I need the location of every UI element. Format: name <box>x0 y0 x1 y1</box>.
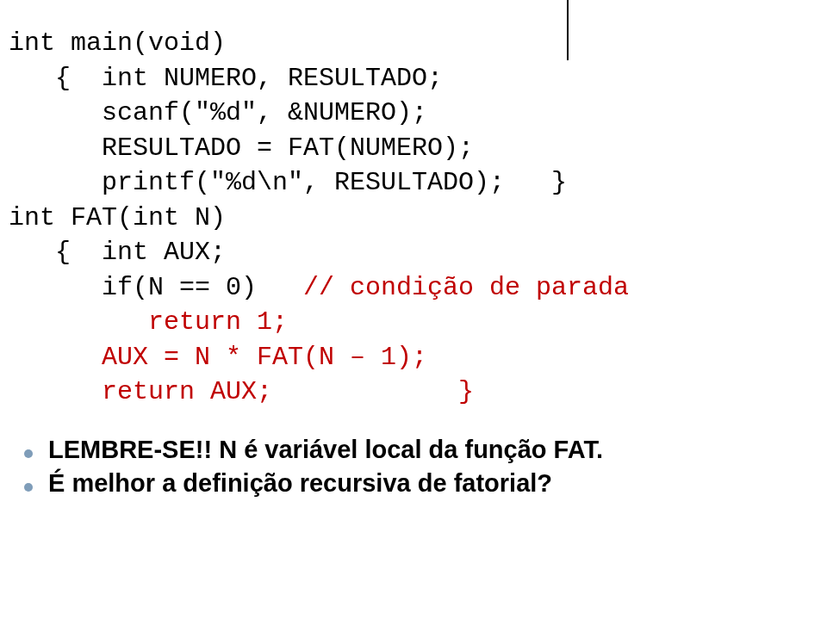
code-line-5: printf("%d\n", RESULTADO); } <box>9 165 629 201</box>
bullet-list: LEMBRE-SE!! N é variável local da função… <box>9 436 629 498</box>
bullet-text-1: LEMBRE-SE!! N é variável local da função… <box>48 436 603 464</box>
code-line-9-comment: // condição de parada <box>303 273 629 302</box>
code-line-7: int FAT(int N) <box>9 201 629 236</box>
code-line-9-code: if(N == 0) <box>9 273 303 302</box>
code-line-10: return 1; <box>9 305 629 340</box>
code-line-9: if(N == 0) // condição de parada <box>9 270 629 306</box>
bullet-item-1: LEMBRE-SE!! N é variável local da função… <box>24 436 629 464</box>
bullet-item-2: É melhor a definição recursiva de fatori… <box>24 469 629 498</box>
slide-content: int main(void) { int NUMERO, RESULTADO; … <box>9 26 629 503</box>
bullet-dot-icon <box>24 483 33 492</box>
code-line-3: scanf("%d", &NUMERO); <box>9 96 629 131</box>
code-line-8: { int AUX; <box>9 235 629 270</box>
code-line-2: { int NUMERO, RESULTADO; <box>9 61 629 96</box>
code-line-1: int main(void) <box>9 26 629 61</box>
code-line-11: AUX = N * FAT(N – 1); <box>9 340 629 375</box>
code-line-4: RESULTADO = FAT(NUMERO); <box>9 131 629 166</box>
bullet-dot-icon <box>24 449 33 458</box>
code-line-12: return AUX; } <box>9 375 629 410</box>
bullet-text-2: É melhor a definição recursiva de fatori… <box>48 469 552 498</box>
